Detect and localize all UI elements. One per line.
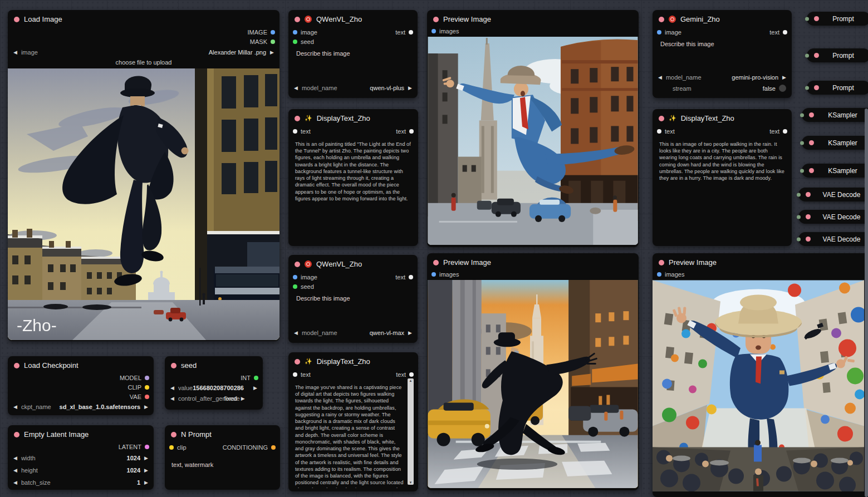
collapse-dot[interactable]	[433, 17, 439, 22]
arrow-right-icon[interactable]: ▶	[782, 75, 786, 80]
arrow-left-icon[interactable]: ◀	[13, 50, 17, 55]
node-prompt-collapsed-3[interactable]: Prompt	[807, 81, 868, 95]
arrow-left-icon[interactable]: ◀	[13, 455, 17, 461]
collapse-dot[interactable]	[659, 17, 664, 22]
collapse-dot[interactable]	[295, 17, 300, 22]
seed-input-dot[interactable]	[293, 284, 297, 289]
node-header[interactable]: seed	[165, 356, 263, 372]
node-header[interactable]: Empty Latent Image	[8, 425, 154, 441]
arrow-right-icon[interactable]: ▶	[270, 50, 274, 55]
page-scrollbar[interactable]	[865, 109, 868, 497]
image-input-dot[interactable]	[657, 30, 661, 35]
text-scrollbar[interactable]: ▲ ▼	[408, 378, 414, 485]
images-input-dot[interactable]	[657, 272, 661, 277]
node-header[interactable]: Preview Image	[427, 10, 639, 26]
arrow-left-icon[interactable]: ◀	[13, 468, 17, 473]
stream-toggle-widget[interactable]: stream false	[653, 83, 792, 94]
node-preview-image-1[interactable]: Preview Image images	[427, 10, 639, 247]
clip-output-dot[interactable]	[145, 385, 149, 390]
left-slot-dot[interactable]	[800, 113, 804, 117]
collapse-dot[interactable]	[806, 237, 811, 242]
negative-prompt-text-widget[interactable]: text, watermark	[165, 457, 280, 468]
prompt-text-widget[interactable]: Describe this image	[653, 37, 792, 47]
left-slot-dot[interactable]	[805, 53, 809, 57]
collapse-dot[interactable]	[814, 16, 819, 21]
arrow-left-icon[interactable]: ◀	[13, 404, 17, 410]
arrow-right-icon[interactable]: ▶	[253, 385, 257, 391]
text-output-dot[interactable]	[409, 372, 414, 377]
node-ksampler-collapsed-1[interactable]: KSampler	[802, 108, 868, 122]
collapse-dot[interactable]	[14, 432, 19, 437]
collapse-dot[interactable]	[659, 116, 664, 121]
scroll-up-icon[interactable]: ▲	[409, 379, 413, 382]
node-header[interactable]: Load Checkpoint	[8, 356, 154, 372]
text-output-dot[interactable]	[409, 129, 414, 134]
arrow-right-icon[interactable]: ▶	[408, 85, 412, 91]
collapse-dot[interactable]	[659, 260, 664, 265]
node-header[interactable]: Gemini_Zho	[653, 10, 792, 26]
batch-size-widget[interactable]: ◀ batch_size 1 ▶	[8, 477, 154, 488]
collapse-dot[interactable]	[814, 53, 819, 58]
node-n-prompt[interactable]: N Prompt clip CONDITIONING text, waterma…	[165, 425, 280, 490]
node-prompt-collapsed-1[interactable]: Prompt	[807, 12, 868, 26]
node-qwenvl-1[interactable]: QWenVL_Zho image text seed Describe this…	[288, 10, 418, 98]
left-slot-dot[interactable]	[797, 237, 801, 241]
arrow-left-icon[interactable]: ◀	[294, 85, 298, 91]
text-output-dot[interactable]	[409, 30, 413, 35]
arrow-right-icon[interactable]: ▶	[144, 480, 148, 485]
arrow-left-icon[interactable]: ◀	[658, 75, 662, 80]
node-gemini[interactable]: Gemini_Zho image text Describe this imag…	[653, 10, 792, 98]
collapse-dot[interactable]	[295, 262, 300, 267]
left-slot-dot[interactable]	[800, 169, 804, 173]
node-header[interactable]: Preview Image	[427, 253, 639, 269]
node-vae-decode-collapsed-1[interactable]: VAE Decode	[798, 188, 868, 201]
left-slot-dot[interactable]	[797, 215, 801, 219]
text-input-dot[interactable]	[293, 129, 297, 134]
node-header[interactable]: N Prompt	[165, 425, 280, 441]
arrow-right-icon[interactable]: ▶	[408, 330, 412, 336]
text-output-dot[interactable]	[783, 30, 787, 35]
node-header[interactable]: Load Image	[8, 10, 279, 26]
width-widget[interactable]: ◀ width 1024 ▶	[8, 452, 154, 463]
seed-value-widget[interactable]: ◀ value 156680208700286 ▶	[165, 382, 263, 393]
conditioning-output-dot[interactable]	[271, 445, 276, 450]
prompt-text-widget[interactable]: Describe this image	[288, 291, 418, 302]
arrow-right-icon[interactable]: ▶	[144, 404, 148, 410]
node-ksampler-collapsed-2[interactable]: KSampler	[802, 136, 868, 150]
node-load-checkpoint[interactable]: Load Checkpoint MODEL CLIP VAE ◀ ckpt_na…	[8, 356, 154, 415]
collapse-dot[interactable]	[171, 432, 176, 437]
node-prompt-collapsed-2[interactable]: Prompt	[807, 48, 868, 62]
image-input-dot[interactable]	[293, 30, 297, 35]
image-output-dot[interactable]	[271, 30, 275, 35]
mask-output-dot[interactable]	[271, 40, 275, 44]
node-displaytext-3[interactable]: ✨ DisplayText_Zho text text This is an i…	[653, 109, 792, 246]
text-output-dot[interactable]	[783, 129, 787, 134]
images-input-dot[interactable]	[431, 29, 436, 33]
arrow-left-icon[interactable]: ◀	[170, 396, 174, 401]
left-slot-dot[interactable]	[800, 141, 804, 145]
collapse-dot[interactable]	[171, 363, 176, 368]
node-header[interactable]: QWenVL_Zho	[288, 10, 418, 26]
prompt-text-widget[interactable]: Describe this image	[288, 46, 418, 57]
node-displaytext-1[interactable]: ✨ DisplayText_Zho text text This is an o…	[288, 109, 418, 246]
clip-input-dot[interactable]	[169, 445, 174, 450]
collapse-dot[interactable]	[809, 168, 814, 173]
model-name-widget[interactable]: ◀ model_name qwen-vl-max ▶	[288, 327, 418, 338]
collapse-dot[interactable]	[809, 140, 814, 145]
arrow-right-icon[interactable]: ▶	[144, 455, 148, 461]
images-input-dot[interactable]	[431, 272, 436, 277]
node-header[interactable]: Preview Image	[653, 253, 868, 269]
collapse-dot[interactable]	[814, 85, 819, 90]
collapse-dot[interactable]	[14, 363, 19, 368]
node-vae-decode-collapsed-3[interactable]: VAE Decode	[798, 232, 868, 246]
node-header[interactable]: ✨ DisplayText_Zho	[653, 109, 792, 125]
node-header[interactable]: ✨ DisplayText_Zho	[288, 352, 418, 368]
node-preview-image-2[interactable]: Preview Image images	[427, 253, 639, 490]
stream-toggle[interactable]	[779, 85, 786, 92]
latent-output-dot[interactable]	[145, 445, 149, 449]
left-slot-dot[interactable]	[805, 86, 809, 90]
collapse-dot[interactable]	[295, 116, 300, 121]
collapse-dot[interactable]	[809, 112, 814, 117]
image-combo-widget[interactable]: ◀ image Alexander Millar .png ▶	[8, 47, 279, 57]
node-displaytext-2[interactable]: ✨ DisplayText_Zho text text The image yo…	[288, 352, 418, 491]
